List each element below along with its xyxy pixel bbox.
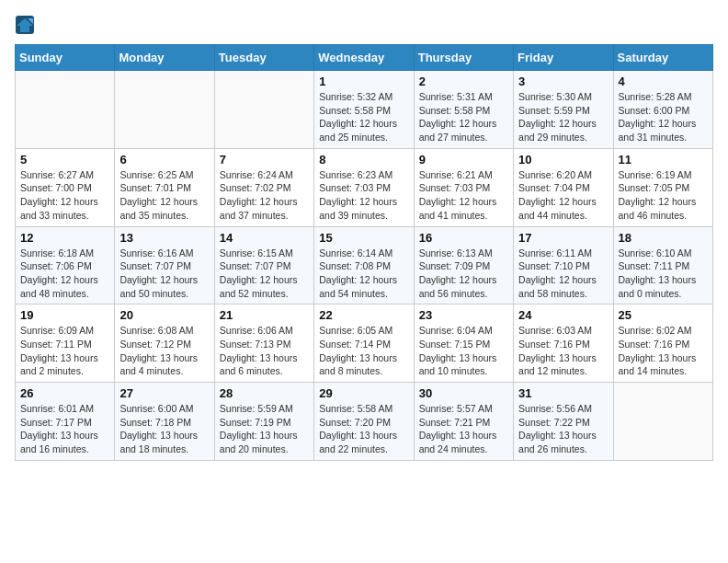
- logo-icon: [15, 15, 35, 35]
- day-info: Sunrise: 5:56 AMSunset: 7:22 PMDaylight:…: [518, 402, 608, 456]
- calendar-cell: 9Sunrise: 6:21 AMSunset: 7:03 PMDaylight…: [414, 148, 513, 226]
- day-number: 23: [419, 308, 508, 322]
- calendar-cell: 22Sunrise: 6:05 AMSunset: 7:14 PMDayligh…: [314, 304, 414, 383]
- calendar-cell: 26Sunrise: 6:01 AMSunset: 7:17 PMDayligh…: [16, 383, 115, 461]
- day-number: 4: [619, 75, 708, 88]
- calendar-cell: 13Sunrise: 6:16 AMSunset: 7:07 PMDayligh…: [115, 226, 214, 304]
- weekday-header-tuesday: Tuesday: [214, 45, 313, 71]
- day-number: 2: [419, 75, 508, 88]
- day-number: 25: [619, 308, 708, 322]
- day-info: Sunrise: 5:31 AMSunset: 5:58 PMDaylight:…: [419, 90, 508, 144]
- calendar-cell: 27Sunrise: 6:00 AMSunset: 7:18 PMDayligh…: [115, 383, 214, 461]
- calendar-cell: 11Sunrise: 6:19 AMSunset: 7:05 PMDayligh…: [613, 148, 712, 226]
- weekday-header-saturday: Saturday: [613, 45, 712, 71]
- calendar-cell: 21Sunrise: 6:06 AMSunset: 7:13 PMDayligh…: [214, 304, 313, 383]
- day-number: 10: [518, 153, 608, 167]
- day-number: 22: [319, 308, 408, 322]
- day-info: Sunrise: 6:25 AMSunset: 7:01 PMDaylight:…: [119, 168, 209, 223]
- calendar-cell: [115, 71, 214, 149]
- day-number: 5: [20, 153, 109, 167]
- weekday-header-sunday: Sunday: [16, 45, 115, 71]
- calendar-cell: 23Sunrise: 6:04 AMSunset: 7:15 PMDayligh…: [414, 304, 513, 383]
- calendar-cell: 29Sunrise: 5:58 AMSunset: 7:20 PMDayligh…: [314, 383, 414, 461]
- day-info: Sunrise: 6:03 AMSunset: 7:16 PMDaylight:…: [518, 324, 608, 378]
- calendar-table: SundayMondayTuesdayWednesdayThursdayFrid…: [15, 44, 713, 461]
- day-number: 29: [319, 386, 408, 400]
- calendar-cell: 31Sunrise: 5:56 AMSunset: 7:22 PMDayligh…: [514, 383, 613, 461]
- calendar-cell: [613, 383, 712, 461]
- day-info: Sunrise: 6:14 AMSunset: 7:08 PMDaylight:…: [319, 247, 408, 301]
- day-info: Sunrise: 6:08 AMSunset: 7:12 PMDaylight:…: [119, 324, 209, 378]
- calendar-cell: [16, 71, 115, 149]
- day-number: 21: [220, 308, 309, 322]
- day-number: 8: [319, 153, 408, 167]
- day-number: 9: [419, 153, 508, 167]
- day-info: Sunrise: 6:11 AMSunset: 7:10 PMDaylight:…: [518, 247, 608, 301]
- calendar-cell: 28Sunrise: 5:59 AMSunset: 7:19 PMDayligh…: [214, 383, 313, 461]
- day-info: Sunrise: 6:15 AMSunset: 7:07 PMDaylight:…: [220, 247, 309, 301]
- weekday-header-wednesday: Wednesday: [314, 45, 414, 71]
- calendar-cell: 19Sunrise: 6:09 AMSunset: 7:11 PMDayligh…: [16, 304, 115, 383]
- calendar-cell: 1Sunrise: 5:32 AMSunset: 5:58 PMDaylight…: [314, 71, 414, 149]
- day-number: 12: [20, 231, 109, 245]
- day-number: 20: [119, 308, 209, 322]
- calendar-cell: [214, 71, 313, 149]
- calendar-cell: 4Sunrise: 5:28 AMSunset: 6:00 PMDaylight…: [613, 71, 712, 149]
- day-number: 18: [619, 231, 708, 245]
- day-number: 31: [518, 386, 608, 400]
- day-info: Sunrise: 5:32 AMSunset: 5:58 PMDaylight:…: [319, 90, 408, 144]
- day-info: Sunrise: 6:16 AMSunset: 7:07 PMDaylight:…: [119, 247, 209, 301]
- day-number: 30: [419, 386, 508, 400]
- calendar-cell: 16Sunrise: 6:13 AMSunset: 7:09 PMDayligh…: [414, 226, 513, 304]
- day-info: Sunrise: 6:00 AMSunset: 7:18 PMDaylight:…: [119, 402, 209, 456]
- day-number: 13: [119, 231, 209, 245]
- day-info: Sunrise: 6:23 AMSunset: 7:03 PMDaylight:…: [319, 168, 408, 223]
- day-number: 27: [119, 386, 209, 400]
- weekday-header-monday: Monday: [115, 45, 214, 71]
- day-number: 28: [220, 386, 309, 400]
- day-number: 24: [518, 308, 608, 322]
- day-info: Sunrise: 6:24 AMSunset: 7:02 PMDaylight:…: [220, 168, 309, 223]
- day-info: Sunrise: 6:27 AMSunset: 7:00 PMDaylight:…: [20, 168, 109, 223]
- weekday-header-thursday: Thursday: [414, 45, 513, 71]
- calendar-cell: 12Sunrise: 6:18 AMSunset: 7:06 PMDayligh…: [16, 226, 115, 304]
- day-info: Sunrise: 6:20 AMSunset: 7:04 PMDaylight:…: [518, 168, 608, 223]
- day-info: Sunrise: 6:01 AMSunset: 7:17 PMDaylight:…: [20, 402, 109, 456]
- day-number: 26: [20, 386, 109, 400]
- day-number: 11: [619, 153, 708, 167]
- calendar-cell: 7Sunrise: 6:24 AMSunset: 7:02 PMDaylight…: [214, 148, 313, 226]
- calendar-cell: 6Sunrise: 6:25 AMSunset: 7:01 PMDaylight…: [115, 148, 214, 226]
- day-number: 1: [319, 75, 408, 88]
- calendar-cell: 5Sunrise: 6:27 AMSunset: 7:00 PMDaylight…: [16, 148, 115, 226]
- logo: [15, 15, 37, 35]
- day-number: 3: [518, 75, 608, 88]
- day-number: 16: [419, 231, 508, 245]
- calendar-cell: 17Sunrise: 6:11 AMSunset: 7:10 PMDayligh…: [514, 226, 613, 304]
- calendar-cell: 25Sunrise: 6:02 AMSunset: 7:16 PMDayligh…: [613, 304, 712, 383]
- day-info: Sunrise: 6:19 AMSunset: 7:05 PMDaylight:…: [619, 168, 708, 223]
- day-info: Sunrise: 6:18 AMSunset: 7:06 PMDaylight:…: [20, 247, 109, 301]
- calendar-cell: 24Sunrise: 6:03 AMSunset: 7:16 PMDayligh…: [514, 304, 613, 383]
- calendar-cell: 30Sunrise: 5:57 AMSunset: 7:21 PMDayligh…: [414, 383, 513, 461]
- calendar-cell: 2Sunrise: 5:31 AMSunset: 5:58 PMDaylight…: [414, 71, 513, 149]
- day-info: Sunrise: 5:59 AMSunset: 7:19 PMDaylight:…: [220, 402, 309, 456]
- weekday-header-friday: Friday: [514, 45, 613, 71]
- day-info: Sunrise: 6:13 AMSunset: 7:09 PMDaylight:…: [419, 247, 508, 301]
- calendar-cell: 18Sunrise: 6:10 AMSunset: 7:11 PMDayligh…: [613, 226, 712, 304]
- day-number: 19: [20, 308, 109, 322]
- day-number: 15: [319, 231, 408, 245]
- calendar-cell: 14Sunrise: 6:15 AMSunset: 7:07 PMDayligh…: [214, 226, 313, 304]
- day-info: Sunrise: 5:30 AMSunset: 5:59 PMDaylight:…: [518, 90, 608, 144]
- day-number: 7: [220, 153, 309, 167]
- day-info: Sunrise: 6:10 AMSunset: 7:11 PMDaylight:…: [619, 247, 708, 301]
- calendar-cell: 20Sunrise: 6:08 AMSunset: 7:12 PMDayligh…: [115, 304, 214, 383]
- day-info: Sunrise: 5:28 AMSunset: 6:00 PMDaylight:…: [619, 90, 708, 144]
- day-info: Sunrise: 6:21 AMSunset: 7:03 PMDaylight:…: [419, 168, 508, 223]
- calendar-cell: 3Sunrise: 5:30 AMSunset: 5:59 PMDaylight…: [514, 71, 613, 149]
- day-info: Sunrise: 6:06 AMSunset: 7:13 PMDaylight:…: [220, 324, 309, 378]
- day-number: 14: [220, 231, 309, 245]
- day-info: Sunrise: 5:57 AMSunset: 7:21 PMDaylight:…: [419, 402, 508, 456]
- day-info: Sunrise: 6:09 AMSunset: 7:11 PMDaylight:…: [20, 324, 109, 378]
- day-info: Sunrise: 6:04 AMSunset: 7:15 PMDaylight:…: [419, 324, 508, 378]
- day-number: 6: [119, 153, 209, 167]
